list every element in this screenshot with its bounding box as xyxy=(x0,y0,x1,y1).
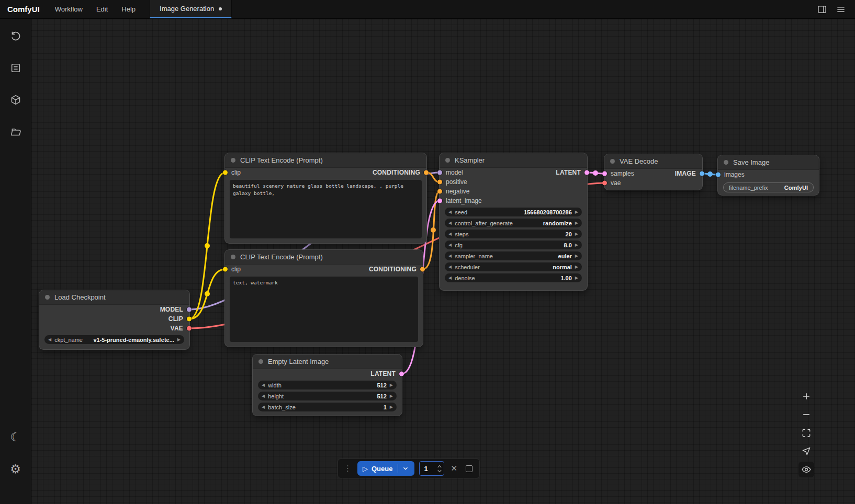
input-port-latent-image[interactable] xyxy=(437,199,442,203)
node-clip-text-encode-negative[interactable]: CLIP Text Encode (Prompt) clip CONDITION… xyxy=(225,250,423,347)
node-header[interactable]: CLIP Text Encode (Prompt) xyxy=(225,153,426,168)
widget-batch-size[interactable]: ◀ batch_size 1 ▶ xyxy=(258,403,397,411)
stop-icon[interactable] xyxy=(466,465,473,472)
arrow-left-icon[interactable]: ◀ xyxy=(448,254,452,258)
negative-prompt-textarea[interactable]: text, watermark xyxy=(230,277,418,342)
arrow-left-icon[interactable]: ◀ xyxy=(448,232,452,236)
node-header[interactable]: CLIP Text Encode (Prompt) xyxy=(225,250,423,265)
arrow-left-icon[interactable]: ◀ xyxy=(48,338,51,342)
queue-panel-icon[interactable] xyxy=(7,59,25,77)
output-port-model[interactable] xyxy=(187,307,192,312)
arrow-left-icon[interactable]: ◀ xyxy=(448,221,452,225)
widget-control-after-generate[interactable]: ◀ control_after_generate randomize ▶ xyxy=(445,219,582,227)
collapse-dot[interactable] xyxy=(45,295,50,300)
batch-count-spinner[interactable]: 1 xyxy=(419,461,444,476)
widget-height[interactable]: ◀ height 512 ▶ xyxy=(258,392,397,400)
widget-ckpt-name[interactable]: ◀ ckpt_name v1-5-pruned-emaonly.safete..… xyxy=(44,335,184,344)
arrow-right-icon[interactable]: ▶ xyxy=(575,221,578,225)
output-port-latent[interactable] xyxy=(399,372,404,376)
collapse-dot[interactable] xyxy=(724,160,728,165)
input-port-positive[interactable] xyxy=(437,180,442,185)
input-port-clip[interactable] xyxy=(223,267,228,272)
chevron-down-icon[interactable] xyxy=(402,465,409,472)
menu-help[interactable]: Help xyxy=(115,0,142,18)
output-port-image[interactable] xyxy=(700,171,704,176)
arrow-left-icon[interactable]: ◀ xyxy=(262,383,265,387)
collapse-dot[interactable] xyxy=(258,359,263,364)
node-header[interactable]: Load Checkpoint xyxy=(39,290,189,305)
node-library-icon[interactable] xyxy=(7,91,25,109)
node-header[interactable]: Empty Latent Image xyxy=(253,354,402,369)
arrow-right-icon[interactable]: ▶ xyxy=(575,210,578,214)
clear-queue-icon[interactable]: ✕ xyxy=(449,464,459,473)
history-icon[interactable] xyxy=(7,27,25,45)
widget-scheduler[interactable]: ◀ scheduler normal ▶ xyxy=(445,262,582,271)
collapse-dot[interactable] xyxy=(610,159,615,164)
output-port-vae[interactable] xyxy=(187,326,192,331)
panel-toggle-icon[interactable] xyxy=(814,2,830,17)
arrow-left-icon[interactable]: ◀ xyxy=(448,265,452,269)
workflows-folder-icon[interactable] xyxy=(7,123,25,141)
input-port-model[interactable] xyxy=(437,170,442,175)
batch-count-value[interactable]: 1 xyxy=(424,465,437,473)
arrow-left-icon[interactable]: ◀ xyxy=(262,394,265,398)
widget-width[interactable]: ◀ width 512 ▶ xyxy=(258,381,397,390)
node-header[interactable]: Save Image xyxy=(718,155,819,170)
widget-seed[interactable]: ◀ seed 156680208700286 ▶ xyxy=(445,208,582,216)
input-port-vae[interactable] xyxy=(602,181,607,186)
output-port-clip[interactable] xyxy=(187,317,192,322)
arrow-right-icon[interactable]: ▶ xyxy=(177,338,181,342)
increment-icon[interactable] xyxy=(437,464,442,468)
arrow-right-icon[interactable]: ▶ xyxy=(575,265,578,269)
drag-handle-icon[interactable]: ⋮ xyxy=(343,464,353,473)
node-ksampler[interactable]: KSampler model LATENT positive negative … xyxy=(440,153,587,290)
widget-filename-prefix[interactable]: filename_prefix ComfyUI xyxy=(723,182,814,192)
arrow-right-icon[interactable]: ▶ xyxy=(390,405,393,409)
collapse-dot[interactable] xyxy=(231,158,235,163)
widget-sampler-name[interactable]: ◀ sampler_name euler ▶ xyxy=(445,251,582,260)
theme-toggle-icon[interactable]: ☾ xyxy=(7,428,25,446)
arrow-right-icon[interactable]: ▶ xyxy=(390,383,393,387)
node-header[interactable]: KSampler xyxy=(440,153,587,168)
select-mode-cursor-icon[interactable] xyxy=(798,443,814,459)
output-port-latent[interactable] xyxy=(584,170,589,175)
zoom-out-icon[interactable] xyxy=(798,407,814,422)
arrow-left-icon[interactable]: ◀ xyxy=(448,276,452,280)
queue-button[interactable]: ▷ Queue xyxy=(357,461,414,476)
zoom-in-icon[interactable] xyxy=(798,388,814,404)
arrow-right-icon[interactable]: ▶ xyxy=(575,254,578,258)
input-port-images[interactable] xyxy=(716,173,721,177)
arrow-right-icon[interactable]: ▶ xyxy=(390,394,393,398)
menu-workflow[interactable]: Workflow xyxy=(48,0,89,18)
input-port-samples[interactable] xyxy=(602,171,607,176)
output-port-conditioning[interactable] xyxy=(420,267,425,272)
collapse-dot[interactable] xyxy=(231,255,235,259)
hamburger-menu-icon[interactable] xyxy=(833,2,849,17)
collapse-dot[interactable] xyxy=(445,158,450,163)
arrow-left-icon[interactable]: ◀ xyxy=(448,210,452,214)
tab-image-generation[interactable]: Image Generation xyxy=(150,0,232,18)
menu-edit[interactable]: Edit xyxy=(89,0,115,18)
arrow-right-icon[interactable]: ▶ xyxy=(575,276,578,280)
node-graph-canvas[interactable]: Load Checkpoint MODEL CLIP VAE ◀ ckpt_na… xyxy=(31,19,855,504)
toggle-visibility-eye-icon[interactable] xyxy=(798,462,814,477)
node-load-checkpoint[interactable]: Load Checkpoint MODEL CLIP VAE ◀ ckpt_na… xyxy=(39,290,189,349)
settings-gear-icon[interactable]: ⚙ xyxy=(7,460,25,478)
arrow-right-icon[interactable]: ▶ xyxy=(575,232,578,236)
output-port-conditioning[interactable] xyxy=(424,170,429,175)
widget-denoise[interactable]: ◀ denoise 1.00 ▶ xyxy=(445,273,582,282)
node-save-image[interactable]: Save Image images filename_prefix ComfyU… xyxy=(718,155,819,195)
arrow-left-icon[interactable]: ◀ xyxy=(262,405,265,409)
input-port-clip[interactable] xyxy=(223,170,228,175)
input-port-negative[interactable] xyxy=(437,189,442,194)
arrow-right-icon[interactable]: ▶ xyxy=(575,243,578,247)
fit-view-icon[interactable] xyxy=(798,425,814,441)
node-header[interactable]: VAE Decode xyxy=(604,154,702,169)
node-empty-latent-image[interactable]: Empty Latent Image LATENT ◀ width 512 ▶ … xyxy=(253,354,402,416)
node-vae-decode[interactable]: VAE Decode samples IMAGE vae xyxy=(604,154,702,190)
positive-prompt-textarea[interactable]: beautiful scenery nature glass bottle la… xyxy=(230,180,422,238)
widget-cfg[interactable]: ◀ cfg 8.0 ▶ xyxy=(445,240,582,249)
arrow-left-icon[interactable]: ◀ xyxy=(448,243,452,247)
decrement-icon[interactable] xyxy=(437,469,442,473)
widget-steps[interactable]: ◀ steps 20 ▶ xyxy=(445,230,582,238)
